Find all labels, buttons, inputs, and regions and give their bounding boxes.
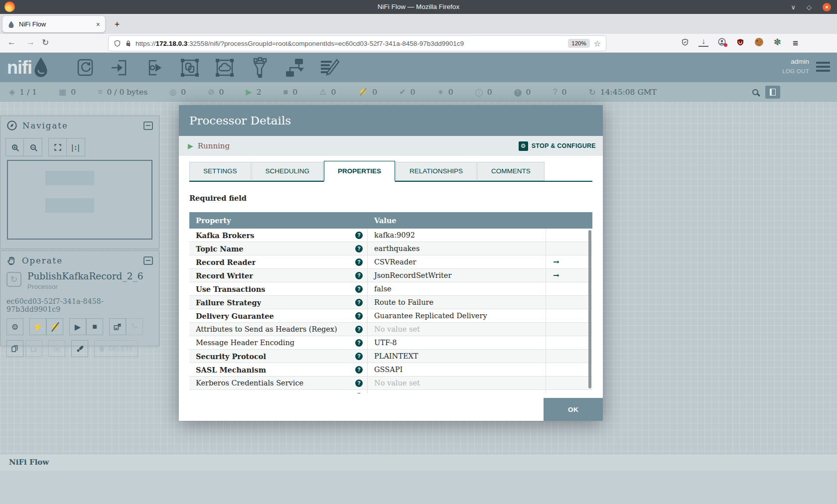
tab-settings[interactable]: SETTINGS: [189, 162, 251, 181]
browser-tab[interactable]: NiFi Flow ×: [2, 16, 105, 32]
go-to-service-link[interactable]: →: [546, 257, 592, 266]
breadcrumb[interactable]: NiFi Flow: [0, 454, 837, 471]
label-draggable-icon[interactable]: [318, 57, 341, 79]
help-icon[interactable]: ?: [355, 312, 363, 320]
property-row: Attributes to Send as Headers (Regex)?No…: [189, 323, 592, 336]
ublock-icon[interactable]: [735, 37, 745, 47]
window-minimize-icon[interactable]: ∨: [791, 3, 796, 11]
input-port-draggable-icon[interactable]: [109, 57, 132, 79]
disabled-count: 0: [372, 88, 377, 97]
reload-button[interactable]: ↻: [42, 37, 49, 48]
downloads-icon[interactable]: ↓: [698, 37, 708, 47]
cluster-icon: ◈: [9, 88, 15, 96]
window-close-icon[interactable]: ×: [823, 3, 831, 11]
process-group-draggable-icon[interactable]: [178, 57, 201, 79]
color-button[interactable]: [71, 340, 88, 357]
zoom-in-button[interactable]: +: [5, 138, 24, 156]
account-icon[interactable]: [717, 37, 727, 47]
stop-button[interactable]: ■: [86, 318, 103, 335]
copy-button[interactable]: [6, 340, 23, 357]
property-row: Failure Strategy?Route to Failure: [189, 296, 592, 309]
tab-close-icon[interactable]: ×: [96, 20, 100, 28]
nifi-statusbar: ◈1 / 1▦0≡0 / 0 bytes◎0⊘0▶2■0⚠0⚡0✔0∗0↑0!0…: [0, 82, 837, 102]
processor-draggable-icon[interactable]: [74, 57, 97, 79]
invalid-icon: ⚠: [319, 88, 326, 96]
operate-panel: Operate ↻ PublishKafkaRecord_2_6 Process…: [0, 251, 159, 346]
property-row: Topic Name?earthquakes: [189, 242, 592, 255]
refresh-icon[interactable]: ↻: [589, 87, 596, 98]
cookie-icon[interactable]: [754, 37, 764, 47]
up-to-date-count: 0: [411, 88, 416, 97]
disable-button[interactable]: ⚡: [46, 318, 63, 335]
property-name: Topic Name: [196, 245, 244, 253]
properties-table: Property Value Kafka Brokers?kafka:9092T…: [189, 212, 592, 395]
operate-collapse-button[interactable]: [143, 256, 153, 265]
url-text[interactable]: https://172.18.0.3:32558/nifi/?processGr…: [136, 40, 564, 47]
help-icon[interactable]: ?: [355, 245, 363, 252]
property-name: SASL Mechanism: [196, 366, 266, 374]
birdseye-minimap[interactable]: [7, 160, 152, 240]
window-title: NiFi Flow — Mozilla Firefox: [0, 0, 837, 14]
zoom-actual-button[interactable]: |:|: [67, 138, 85, 156]
window-maximize-icon[interactable]: ◇: [807, 3, 812, 11]
help-icon[interactable]: ?: [355, 353, 363, 360]
enable-button[interactable]: ⚡: [29, 318, 46, 335]
toggle-panel-button[interactable]: [765, 86, 780, 99]
ok-button[interactable]: OK: [544, 398, 603, 421]
lock-icon[interactable]: [125, 39, 132, 47]
search-icon[interactable]: [752, 88, 758, 97]
table-scrollbar[interactable]: [588, 230, 591, 388]
url-bar[interactable]: https://172.18.0.3:32558/nifi/?processGr…: [109, 36, 606, 51]
cluster-count: 1 / 1: [19, 88, 37, 97]
tab-properties[interactable]: PROPERTIES: [324, 161, 395, 182]
help-icon[interactable]: ?: [355, 299, 363, 306]
logout-link[interactable]: LOG OUT: [782, 68, 809, 74]
back-button[interactable]: ←: [7, 37, 16, 47]
help-icon[interactable]: ?: [355, 258, 363, 266]
new-tab-button[interactable]: +: [111, 18, 124, 31]
tab-scheduling[interactable]: SCHEDULING: [252, 162, 324, 181]
stop-and-configure-button[interactable]: ⚙ STOP & CONFIGURE: [519, 141, 596, 151]
stopped-icon: ■: [283, 88, 288, 96]
nifi-favicon: [7, 20, 15, 28]
disabled-icon: ⚡: [358, 88, 368, 96]
dialog-status-strip: ▶ Running ⚙ STOP & CONFIGURE: [179, 136, 603, 156]
help-icon[interactable]: ?: [355, 326, 363, 333]
help-icon[interactable]: ?: [355, 339, 363, 347]
help-icon[interactable]: ?: [355, 285, 363, 293]
zoom-level-badge[interactable]: 120%: [568, 39, 589, 48]
disabled-status: ⚡0: [358, 88, 377, 97]
tracking-shield-icon[interactable]: [680, 37, 690, 47]
forward-button[interactable]: →: [26, 37, 35, 47]
funnel-draggable-icon[interactable]: [248, 57, 271, 79]
output-port-draggable-icon[interactable]: [143, 57, 166, 79]
property-name-cell: Attributes to Send as Headers (Regex)?: [189, 323, 368, 336]
property-name: Delivery Guarantee: [196, 312, 274, 320]
property-value: earthquakes: [368, 242, 546, 255]
configure-button[interactable]: ⚙: [6, 318, 23, 335]
sync-failure-count: 0: [561, 88, 566, 97]
tab-comments[interactable]: COMMENTS: [477, 162, 545, 181]
help-icon[interactable]: ?: [355, 366, 363, 374]
not-transmitting-icon: ⊘: [208, 88, 214, 96]
tab-relationships[interactable]: RELATIONSHIPS: [396, 162, 477, 181]
navigate-collapse-button[interactable]: [143, 122, 153, 130]
navigate-title: Navigate: [22, 121, 139, 130]
remote-process-group-draggable-icon[interactable]: [213, 57, 236, 79]
template-draggable-icon[interactable]: [283, 57, 306, 79]
fit-icon: [53, 143, 62, 152]
global-menu-icon[interactable]: [816, 62, 830, 74]
bookmark-star-icon[interactable]: ☆: [594, 39, 601, 48]
help-icon[interactable]: ?: [355, 379, 363, 387]
save-version-button[interactable]: [109, 318, 126, 335]
start-button[interactable]: ▶: [69, 318, 86, 335]
app-menu-icon[interactable]: ≡: [793, 38, 798, 49]
running-status: ▶2: [246, 88, 261, 97]
help-icon[interactable]: ?: [355, 272, 363, 279]
go-to-service-link[interactable]: →: [546, 271, 592, 280]
help-icon[interactable]: ?: [355, 232, 363, 239]
shield-permissions-icon[interactable]: [114, 39, 121, 47]
extension-pinwheel-icon[interactable]: ✼: [772, 37, 782, 47]
zoom-fit-button[interactable]: [48, 138, 67, 156]
zoom-out-button[interactable]: −: [24, 138, 42, 156]
